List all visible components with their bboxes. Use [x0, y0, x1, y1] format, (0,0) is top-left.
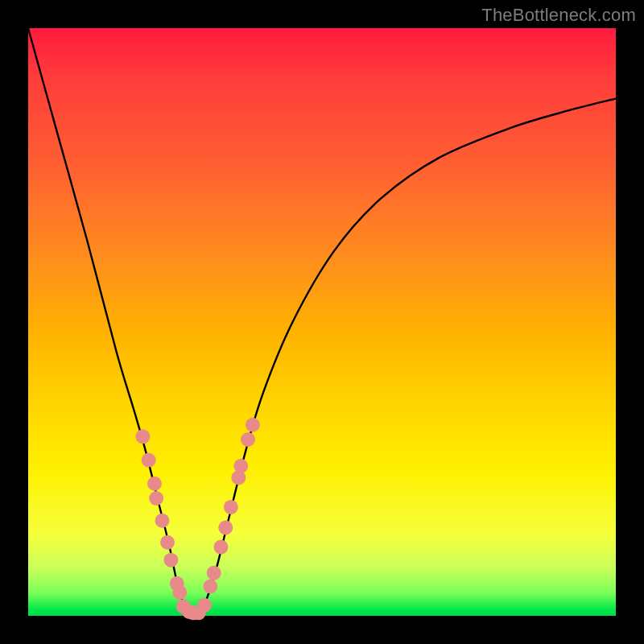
chart-frame: TheBottleneck.com — [0, 0, 644, 644]
watermark-text: TheBottleneck.com — [481, 5, 636, 26]
sample-marker — [203, 580, 217, 594]
bottleneck-curve — [28, 28, 616, 613]
sample-marker — [142, 453, 156, 468]
sample-marker — [155, 514, 169, 528]
sample-marker — [246, 418, 260, 432]
sample-marker — [224, 500, 238, 514]
sample-marker — [147, 477, 162, 491]
sample-marker — [213, 540, 228, 555]
sample-marker — [135, 429, 150, 444]
sample-marker — [218, 521, 233, 535]
sample-marker — [233, 459, 248, 473]
sample-marker — [160, 535, 175, 550]
sample-marker — [241, 432, 255, 447]
sample-markers — [135, 418, 260, 621]
plot-area — [28, 28, 616, 616]
sample-marker — [149, 491, 163, 506]
chart-svg — [28, 28, 616, 616]
sample-marker — [163, 553, 178, 568]
sample-marker — [197, 598, 212, 613]
sample-marker — [172, 585, 187, 600]
sample-marker — [207, 566, 221, 580]
